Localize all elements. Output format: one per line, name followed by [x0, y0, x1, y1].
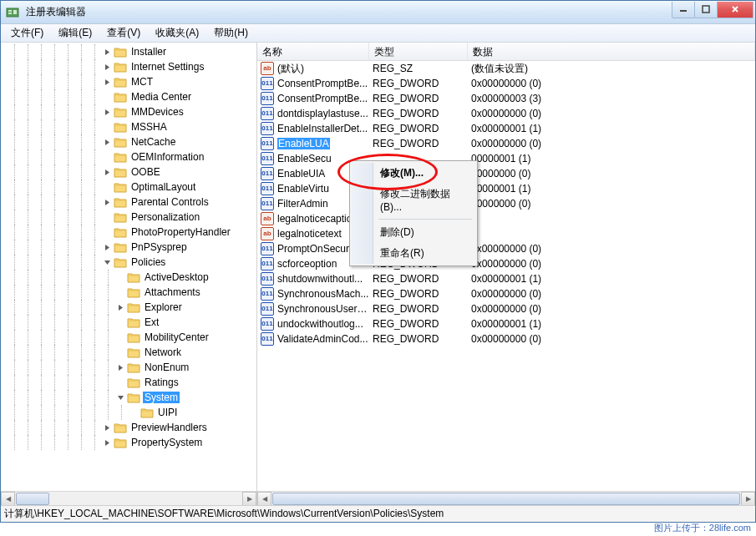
tree-label[interactable]: OptimalLayout	[129, 181, 197, 193]
tree-label[interactable]: Ratings	[143, 377, 180, 388]
tree-label[interactable]: Personalization	[129, 211, 201, 223]
value-row[interactable]: 011EnableSecuREG_DWORD00000001 (1)	[257, 151, 755, 166]
expand-icon[interactable]	[103, 48, 112, 57]
column-name[interactable]: 名称	[257, 43, 369, 60]
value-row[interactable]: 011EnableVirtuREG_DWORD00000001 (1)	[257, 181, 755, 196]
scroll-track[interactable]	[271, 492, 741, 506]
scroll-right-icon[interactable]: ▶	[242, 492, 256, 506]
tree-label[interactable]: UIPI	[156, 407, 179, 418]
tree-label[interactable]: PhotoPropertyHandler	[129, 226, 232, 238]
tree-h-scrollbar[interactable]: ◀ ▶	[1, 491, 256, 505]
collapse-icon[interactable]	[116, 393, 125, 402]
tree-label[interactable]: NonEnum	[143, 362, 190, 373]
tree-label[interactable]: Attachments	[143, 286, 202, 298]
tree-label[interactable]: Internet Settings	[129, 61, 205, 73]
value-row[interactable]: 011SynchronousUserG...REG_DWORD0x0000000…	[257, 301, 755, 316]
value-row[interactable]: 011FilterAdminREG_DWORD00000000 (0)	[257, 196, 755, 211]
expand-icon[interactable]	[116, 303, 125, 312]
tree-row[interactable]: MSSHA	[1, 119, 256, 134]
tree-row[interactable]: OEMInformation	[1, 149, 256, 164]
tree-label[interactable]: Media Center	[129, 91, 193, 103]
tree-row[interactable]: PreviewHandlers	[1, 420, 256, 435]
tree-row[interactable]: PnPSysprep	[1, 240, 256, 255]
tree-label[interactable]: OEMInformation	[129, 151, 205, 163]
value-row[interactable]: 011EnableInstallerDet...REG_DWORD0x00000…	[257, 121, 755, 136]
scroll-track[interactable]	[15, 492, 242, 506]
tree-label[interactable]: Explorer	[143, 301, 184, 313]
expand-icon[interactable]	[103, 168, 112, 177]
context-menu-delete[interactable]: 删除(D)	[352, 222, 475, 243]
value-row[interactable]: 011SynchronousMach...REG_DWORD0x00000000…	[257, 286, 755, 301]
tree-label[interactable]: Policies	[129, 256, 167, 268]
tree-label[interactable]: MCT	[129, 76, 155, 88]
tree-label[interactable]: ActiveDesktop	[143, 271, 211, 283]
tree-row[interactable]: OOBE	[1, 164, 256, 180]
tree-row[interactable]: MMDevices	[1, 104, 256, 119]
value-row[interactable]: ab(默认)REG_SZ(数值未设置)	[257, 61, 755, 76]
tree-row[interactable]: MCT	[1, 74, 256, 89]
tree-row[interactable]: UIPI	[1, 405, 256, 420]
scroll-left-icon[interactable]: ◀	[257, 492, 271, 506]
tree-row[interactable]: Personalization	[1, 210, 256, 225]
tree-row[interactable]: Attachments	[1, 285, 256, 300]
tree-label[interactable]: PnPSysprep	[129, 241, 189, 253]
tree-row[interactable]: Ratings	[1, 375, 256, 390]
minimize-button[interactable]	[672, 2, 695, 18]
menu-help[interactable]: 帮助(H)	[207, 24, 255, 42]
tree-row[interactable]: Parental Controls	[1, 195, 256, 210]
tree-label[interactable]: OOBE	[129, 166, 162, 178]
menu-favorites[interactable]: 收藏夹(A)	[149, 24, 205, 42]
tree-label[interactable]: Parental Controls	[129, 196, 211, 208]
value-row[interactable]: 011scforceoptionREG_DWORD0x00000000 (0)	[257, 256, 755, 271]
column-data[interactable]: 数据	[468, 43, 755, 60]
expand-icon[interactable]	[103, 63, 112, 72]
value-row[interactable]: 011EnableUIAREG_DWORD00000000 (0)	[257, 166, 755, 181]
tree-row[interactable]: PropertySystem	[1, 435, 256, 450]
context-menu-rename[interactable]: 重命名(R)	[352, 243, 475, 264]
tree-row[interactable]: MobilityCenter	[1, 330, 256, 345]
menu-file[interactable]: 文件(F)	[4, 24, 50, 42]
tree-label[interactable]: PropertySystem	[129, 437, 204, 448]
tree-row[interactable]: Installer	[1, 44, 256, 59]
tree-label[interactable]: Ext	[143, 316, 160, 328]
tree-body[interactable]: InstallerInternet SettingsMCTMedia Cente…	[1, 43, 256, 491]
expand-icon[interactable]	[103, 78, 112, 87]
tree-row[interactable]: Explorer	[1, 300, 256, 315]
tree-row[interactable]: NetCache	[1, 134, 256, 149]
list-body[interactable]: ab(默认)REG_SZ(数值未设置)011ConsentPromptBe...…	[257, 61, 755, 491]
tree-label[interactable]: Network	[143, 346, 183, 358]
tree-row[interactable]: NonEnum	[1, 360, 256, 375]
value-row[interactable]: 011EnableLUAREG_DWORD0x00000000 (0)	[257, 136, 755, 151]
value-row[interactable]: ablegalnoticetextREG_SZ	[257, 226, 755, 241]
tree-label[interactable]: MSSHA	[129, 121, 169, 133]
tree-label[interactable]: Installer	[129, 46, 168, 58]
tree-row[interactable]: System	[1, 390, 256, 405]
tree-row[interactable]: ActiveDesktop	[1, 270, 256, 285]
expand-icon[interactable]	[103, 198, 112, 207]
value-row[interactable]: 011undockwithoutlog...REG_DWORD0x0000000…	[257, 316, 755, 331]
context-menu-modify[interactable]: 修改(M)...	[352, 163, 475, 184]
close-button[interactable]	[717, 2, 753, 18]
scroll-thumb[interactable]	[16, 493, 49, 505]
value-row[interactable]: 011ConsentPromptBe...REG_DWORD0x00000003…	[257, 91, 755, 106]
column-type[interactable]: 类型	[369, 43, 468, 60]
expand-icon[interactable]	[116, 363, 125, 372]
expand-icon[interactable]	[103, 138, 112, 147]
tree-label[interactable]: PreviewHandlers	[129, 422, 209, 433]
value-row[interactable]: 011shutdownwithoutl...REG_DWORD0x0000000…	[257, 271, 755, 286]
expand-icon[interactable]	[103, 243, 112, 252]
tree-row[interactable]: PhotoPropertyHandler	[1, 225, 256, 240]
value-row[interactable]: 011dontdisplaylastuse...REG_DWORD0x00000…	[257, 106, 755, 121]
menu-view[interactable]: 查看(V)	[100, 24, 147, 42]
tree-row[interactable]: Ext	[1, 315, 256, 330]
tree-row[interactable]: Internet Settings	[1, 59, 256, 74]
value-row[interactable]: 011ValidateAdminCod...REG_DWORD0x0000000…	[257, 331, 755, 346]
tree-label[interactable]: NetCache	[129, 136, 177, 148]
tree-row[interactable]: Network	[1, 345, 256, 360]
scroll-left-icon[interactable]: ◀	[1, 492, 15, 506]
maximize-button[interactable]	[694, 2, 718, 18]
tree-label[interactable]: MobilityCenter	[143, 331, 211, 343]
scroll-thumb[interactable]	[272, 493, 740, 505]
value-row[interactable]: ablegalnoticecaptionREG_SZ	[257, 211, 755, 226]
expand-icon[interactable]	[103, 108, 112, 117]
